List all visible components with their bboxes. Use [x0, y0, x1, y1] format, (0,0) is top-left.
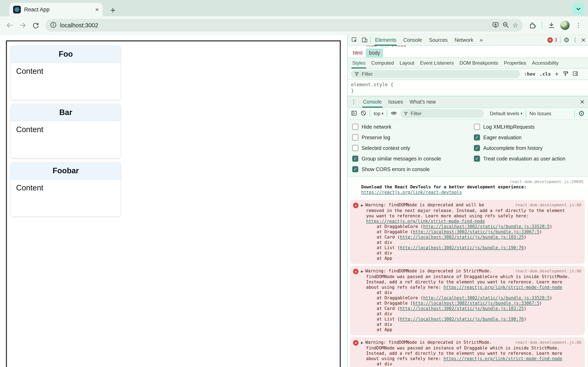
devtools-close-icon[interactable]: ×	[581, 37, 586, 43]
console-setting-preserve-log[interactable]: Preserve log	[352, 132, 474, 143]
draggable-card-foo[interactable]: FooContent	[11, 46, 121, 100]
drawer-tab-what-s-new[interactable]: What's new	[406, 96, 439, 107]
console-setting-log-xmlhttprequests[interactable]: Log XMLHttpRequests	[474, 122, 588, 132]
url-text[interactable]: localhost:3002	[60, 22, 489, 29]
checkbox[interactable]: ✓	[474, 156, 480, 162]
console-setting-eager-evaluation[interactable]: ✓Eager evaluation	[474, 132, 588, 143]
console-setting-show-cors-errors-in-console[interactable]: ✓Show CORS errors in console	[352, 164, 474, 175]
live-expression-eye-icon[interactable]	[390, 110, 397, 117]
browser-menu-kebab-icon[interactable]: ⋮	[572, 19, 584, 31]
devtools-settings-gear-icon[interactable]: ⚙	[563, 37, 570, 43]
console-link[interactable]: http://localhost:3002/static/js/bundle.j…	[423, 295, 550, 300]
checkbox[interactable]: ✓	[474, 134, 480, 141]
source-link[interactable]: react-dom.development.js:86	[515, 340, 581, 345]
styles-tab-dom-breakpoints[interactable]: DOM Breakpoints	[457, 58, 501, 68]
drawer-menu-kebab-icon[interactable]: ⋮	[351, 99, 356, 105]
styles-filter-input[interactable]	[362, 71, 517, 77]
dom-collapsed-badge[interactable]	[380, 46, 389, 47]
console-link[interactable]: http://localhost:3002/static/js/bundle.j…	[400, 317, 524, 322]
devtools-menu-kebab-icon[interactable]: ⋮	[572, 37, 578, 43]
issues-counter[interactable]: No Issues	[530, 111, 552, 117]
styles-tab-accessibility[interactable]: Accessibility	[529, 58, 562, 68]
site-info-icon[interactable]	[50, 21, 57, 29]
install-app-icon[interactable]	[492, 21, 499, 29]
styles-tab-properties[interactable]: Properties	[501, 58, 529, 68]
inspect-element-icon[interactable]	[350, 35, 359, 45]
toggle-sidebar-icon[interactable]	[572, 71, 578, 77]
console-link[interactable]: https://reactjs.org/link/strict-mode-fin…	[443, 285, 562, 290]
log-levels-dropdown[interactable]: Default levels ▾	[490, 111, 522, 117]
drawer-close-icon[interactable]: ×	[580, 99, 585, 105]
styles-tab-styles[interactable]: Styles	[349, 58, 368, 68]
error-count-badge[interactable]: × 3	[547, 37, 557, 43]
drawer-tab-console[interactable]: Console	[360, 96, 385, 107]
bookmark-star-icon[interactable]: ☆	[512, 22, 518, 29]
console-link[interactable]: http://localhost:3002/static/js/bundle.j…	[413, 301, 539, 306]
console-link[interactable]: http://localhost:3002/static/js/bundle.j…	[413, 229, 539, 234]
toggle-hover-state-button[interactable]: :hov	[524, 71, 535, 77]
downloads-icon[interactable]	[545, 19, 557, 31]
checkbox[interactable]	[474, 124, 480, 130]
checkbox[interactable]	[352, 145, 358, 151]
checkbox[interactable]: ✓	[352, 156, 358, 162]
checkbox[interactable]	[352, 134, 358, 141]
new-tab-button[interactable]: +	[110, 6, 116, 15]
devtools-tab-elements[interactable]: Elements	[372, 35, 400, 45]
drawer-tab-issues[interactable]: Issues	[385, 96, 406, 107]
profile-avatar[interactable]	[560, 21, 570, 30]
browser-tab[interactable]: React App ×	[9, 3, 103, 16]
url-bar[interactable]: localhost:3002 ☆	[45, 19, 523, 32]
more-tabs-chevron[interactable]: »	[477, 37, 485, 43]
window-chevron-button[interactable]	[572, 2, 584, 15]
tab-close-icon[interactable]: ×	[95, 7, 99, 13]
draggable-card-bar[interactable]: BarContent	[11, 104, 121, 158]
draggable-card-foobar[interactable]: FoobarContent	[11, 162, 121, 217]
console-link[interactable]: https://reactjs.org/link/strict-mode-fin…	[443, 356, 562, 361]
element-style-rule[interactable]: element.style { }	[348, 80, 588, 96]
checkbox[interactable]: ✓	[352, 166, 358, 172]
breadcrumb-body[interactable]: body	[366, 49, 383, 57]
context-selector[interactable]: top ▾	[374, 111, 383, 117]
format-paint-icon[interactable]	[563, 71, 568, 77]
styles-tab-computed[interactable]: Computed	[368, 58, 397, 68]
back-button[interactable]	[4, 19, 16, 31]
console-filter-pill[interactable]	[400, 109, 484, 118]
console-setting-selected-context-only[interactable]: Selected context only	[352, 143, 474, 153]
zoom-out-icon[interactable]	[502, 21, 509, 29]
console-setting-group-similar-messages-in-console[interactable]: ✓Group similar messages in console	[352, 153, 474, 164]
reload-button[interactable]	[30, 19, 42, 31]
device-toolbar-icon[interactable]	[360, 35, 369, 45]
console-filter-input[interactable]	[411, 111, 480, 117]
toggle-class-button[interactable]: .cls	[539, 71, 551, 77]
console-link[interactable]: https://reactjs.org/link/react-devtools	[361, 190, 462, 195]
clear-console-icon[interactable]	[360, 110, 366, 117]
console-link[interactable]: http://localhost:3002/static/js/bundle.j…	[400, 245, 524, 250]
console-setting-autocomplete-from-history[interactable]: ✓Autocomplete from history	[474, 143, 588, 153]
console-settings-gear-icon[interactable]: ⚙	[578, 110, 585, 117]
extensions-puzzle-icon[interactable]	[527, 19, 538, 31]
devtools-tab-console[interactable]: Console	[400, 35, 425, 45]
source-link[interactable]: react-dom.development.js:86	[515, 268, 581, 274]
console-sidebar-toggle-icon[interactable]	[351, 110, 357, 117]
source-link[interactable]: react-dom.development.js:86	[515, 202, 581, 208]
console-link[interactable]: http://localhost:3002/static/js/bundle.j…	[400, 235, 524, 240]
styles-filter-pill[interactable]	[351, 70, 520, 78]
forward-button[interactable]	[17, 19, 29, 31]
source-link[interactable]: react-dom.development.js:29895	[510, 179, 584, 184]
new-style-rule-button[interactable]: +	[555, 71, 559, 77]
styles-tab-event-listeners[interactable]: Event Listeners	[417, 58, 457, 68]
console-link[interactable]: https://reactjs.org/link/strict-mode-fin…	[366, 219, 485, 224]
console-setting-hide-network[interactable]: Hide network	[352, 122, 474, 132]
styles-tab-layout[interactable]: Layout	[397, 58, 417, 68]
expand-arrow-icon[interactable]: ▶	[361, 269, 363, 274]
devtools-tab-sources[interactable]: Sources	[425, 35, 451, 45]
console-link[interactable]: http://localhost:3002/static/js/bundle.j…	[400, 306, 524, 311]
devtools-tab-network[interactable]: Network	[451, 35, 477, 45]
console-setting-treat-code-evaluation-as-user-action[interactable]: ✓Treat code evaluation as user action	[474, 153, 588, 164]
checkbox[interactable]: ✓	[474, 145, 480, 151]
expand-arrow-icon[interactable]: ▶	[361, 340, 363, 345]
checkbox[interactable]	[352, 124, 358, 130]
breadcrumb-html[interactable]: html	[350, 49, 365, 57]
expand-arrow-icon[interactable]: ▶	[361, 203, 363, 208]
console-link[interactable]: http://localhost:3002/static/js/bundle.j…	[423, 224, 550, 229]
